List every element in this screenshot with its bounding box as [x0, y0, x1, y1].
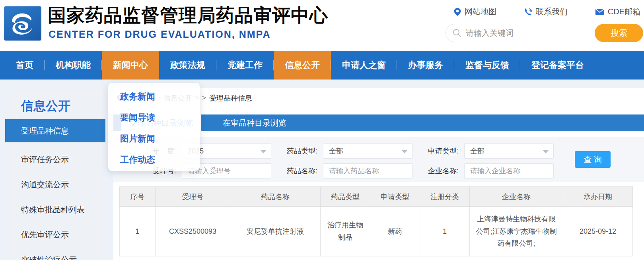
col-header-drug-name: 药品名称	[230, 187, 321, 207]
tab-under-review-catalog[interactable]: 在审品种目录浏览	[201, 114, 308, 131]
sidebar-item-review-tasks[interactable]: 审评任务公示	[5, 147, 105, 172]
mailbox-label: CDE邮箱	[608, 6, 640, 17]
drug-name-label: 药品名称:	[282, 166, 317, 176]
apply-type-label: 申请类型:	[424, 146, 459, 156]
cell-drug-name: 安尼妥单抗注射液	[230, 207, 321, 256]
cde-logo[interactable]	[4, 6, 41, 41]
sidebar-item-special-approval[interactable]: 特殊审批品种列表	[5, 197, 105, 222]
news-center-dropdown: 政务新闻 要闻导读 图片新闻 工作动态	[108, 83, 200, 171]
col-header-apply-type: 申请类型	[370, 187, 420, 207]
cell-reg-class: 1	[420, 207, 470, 256]
search-button[interactable]: 搜索	[595, 24, 643, 42]
drug-name-input[interactable]	[323, 163, 412, 179]
cell-drug-type: 治疗用生物制品	[321, 207, 370, 256]
nav-item-news-center[interactable]: 新闻中心	[102, 51, 159, 80]
apply-type-select[interactable]: 全部	[464, 144, 554, 159]
sidebar-item-priority-review[interactable]: 优先审评公示	[5, 222, 105, 247]
dropdown-item-gov-news[interactable]: 政务新闻	[108, 86, 200, 107]
header-quicklinks: 网站地图 联系我们 CDE邮箱	[453, 6, 640, 17]
dropdown-item-work-updates[interactable]: 工作动态	[108, 149, 200, 170]
main-nav: 首页 机构职能 新闻中心 政策法规 党建工作 信息公开 申请人之窗 办事服务 监…	[0, 51, 644, 80]
col-header-company: 企业名称	[470, 187, 563, 207]
sitemap-label: 网站地图	[465, 6, 496, 17]
table-header-row: 序号 受理号 药品名称 药品类型 申请类型 注册分类 企业名称 承办日期	[120, 187, 633, 207]
col-header-accept-no: 受理号	[156, 187, 230, 207]
nav-item-services[interactable]: 办事服务	[397, 51, 454, 80]
query-button[interactable]: 查询	[575, 151, 611, 168]
envelope-icon	[595, 8, 605, 16]
nav-item-info-disclosure[interactable]: 信息公开	[274, 51, 331, 80]
breadcrumb-separator: >	[202, 94, 206, 102]
sidebar-title: 信息公开	[5, 88, 105, 119]
nav-item-applicant-window[interactable]: 申请人之窗	[331, 51, 397, 80]
sidebar-item-communication[interactable]: 沟通交流公示	[5, 172, 105, 197]
contact-label: 联系我们	[536, 6, 568, 17]
filter-apply-type-group: 申请类型: 全部	[424, 144, 554, 159]
chevron-down-icon	[543, 150, 549, 153]
sitemap-link[interactable]: 网站地图	[453, 6, 496, 17]
dropdown-item-key-news[interactable]: 要闻导读	[108, 107, 200, 128]
cell-apply-type: 新药	[370, 207, 420, 256]
site-header: 国家药品监督管理局药品审评中心 CENTER FOR DRUG EVALUATI…	[0, 0, 644, 51]
cell-index: 1	[120, 207, 156, 256]
nav-item-registration-platform[interactable]: 登记备案平台	[520, 51, 595, 80]
col-header-index: 序号	[120, 187, 156, 207]
info-disclosure-sidebar: 信息公开 受理品种信息 审评任务公示 沟通交流公示 特殊审批品种列表 优先审评公…	[5, 88, 105, 260]
nav-item-policies[interactable]: 政策法规	[159, 51, 216, 80]
breadcrumb-current: 受理品种信息	[209, 93, 252, 103]
site-subtitle: CENTER FOR DRUG EVALUATION, NMPA	[49, 29, 270, 40]
nav-item-party-building[interactable]: 党建工作	[216, 51, 274, 80]
mailbox-link[interactable]: CDE邮箱	[595, 6, 640, 17]
filter-drug-name-group: 药品名称:	[282, 163, 412, 179]
search-bar: 搜索	[446, 24, 643, 42]
sidebar-item-breakthrough-therapy[interactable]: 突破性治疗公示	[5, 247, 105, 260]
cell-accept-no: CXSS2500093	[156, 207, 230, 256]
cell-company: 上海津曼特生物科技有限公司;江苏康宁杰瑞生物制药有限公司;	[470, 207, 563, 256]
site-title: 国家药品监督管理局药品审评中心	[48, 3, 328, 28]
search-icon	[452, 28, 462, 38]
filter-drug-type-group: 药品类型: 全部	[282, 144, 412, 159]
company-input[interactable]	[464, 163, 554, 179]
chevron-down-icon	[261, 150, 266, 153]
nav-item-supervision-feedback[interactable]: 监督与反馈	[454, 51, 520, 80]
col-header-reg-class: 注册分类	[420, 187, 470, 207]
col-header-date: 承办日期	[563, 187, 633, 207]
drug-type-select[interactable]: 全部	[323, 144, 412, 159]
drug-type-select-value: 全部	[329, 146, 343, 156]
location-pin-icon	[453, 8, 461, 16]
col-header-drug-type: 药品类型	[321, 187, 370, 207]
nav-item-functions[interactable]: 机构职能	[45, 51, 102, 80]
chevron-down-icon	[402, 150, 407, 153]
sidebar-item-accepted-varieties[interactable]: 受理品种信息	[5, 119, 105, 142]
table-row: 1 CXSS2500093 安尼妥单抗注射液 治疗用生物制品 新药 1 上海津曼…	[120, 207, 633, 256]
cell-date: 2025-09-12	[563, 207, 633, 256]
phone-icon	[524, 8, 533, 16]
dropdown-item-photo-news[interactable]: 图片新闻	[108, 128, 200, 149]
contact-link[interactable]: 联系我们	[524, 6, 568, 17]
filter-company-group: 企业名称:	[424, 163, 554, 179]
apply-type-select-value: 全部	[470, 146, 484, 156]
drug-type-label: 药品类型:	[282, 146, 317, 156]
swan-fish-logo-icon	[4, 6, 41, 41]
nav-item-home[interactable]: 首页	[5, 51, 45, 80]
results-table: 序号 受理号 药品名称 药品类型 申请类型 注册分类 企业名称 承办日期 1 C…	[119, 186, 633, 256]
company-label: 企业名称:	[424, 166, 459, 176]
cde-website-page: 国家药品监督管理局药品审评中心 CENTER FOR DRUG EVALUATI…	[0, 0, 644, 260]
